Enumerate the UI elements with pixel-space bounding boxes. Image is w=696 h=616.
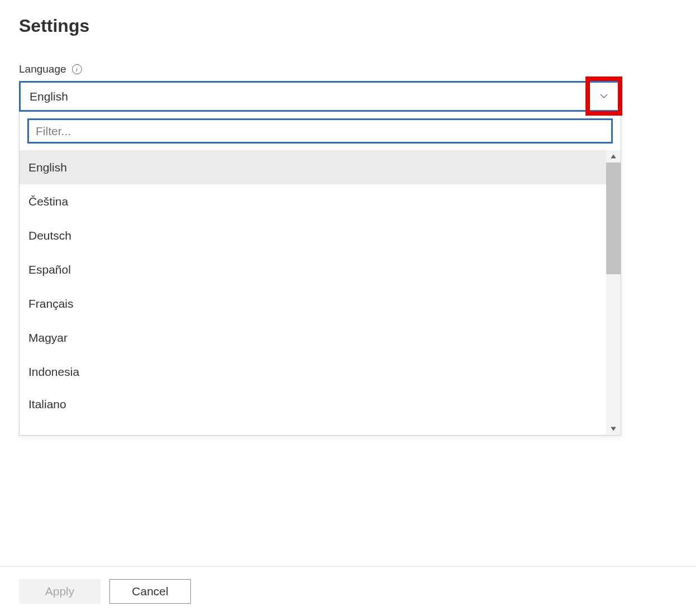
scrollbar-thumb[interactable] (606, 163, 621, 274)
language-dropdown-wrapper: English English Čeština Deutsch Español … (19, 81, 677, 436)
page-title: Settings (19, 16, 677, 36)
language-option[interactable]: Deutsch (20, 218, 606, 252)
language-option[interactable]: Čeština (20, 184, 606, 218)
language-option[interactable]: English (20, 150, 606, 184)
footer: Apply Cancel (0, 566, 696, 616)
cancel-button[interactable]: Cancel (109, 579, 191, 604)
info-icon[interactable]: i (72, 64, 82, 74)
highlight-box (585, 77, 622, 116)
language-option[interactable]: Español (20, 252, 606, 286)
language-option[interactable]: Français (20, 286, 606, 321)
filter-wrap (20, 112, 621, 150)
svg-marker-1 (611, 427, 616, 431)
scroll-up-arrow-icon[interactable] (606, 150, 621, 163)
language-option[interactable]: Magyar (20, 321, 606, 355)
scroll-down-arrow-icon[interactable] (606, 423, 621, 435)
language-dropdown[interactable]: English (19, 81, 621, 112)
language-label-row: Language i (19, 63, 677, 75)
language-label: Language (19, 63, 66, 75)
language-dropdown-value: English (30, 90, 68, 103)
language-dropdown-panel: English Čeština Deutsch Español Français… (19, 112, 621, 436)
scrollbar-track[interactable] (606, 150, 621, 435)
chevron-down-icon[interactable] (599, 91, 609, 101)
language-options-list: English Čeština Deutsch Español Français… (20, 150, 606, 435)
options-viewport: English Čeština Deutsch Español Français… (20, 150, 621, 435)
svg-marker-0 (611, 154, 616, 158)
language-option[interactable]: Italiano (20, 389, 606, 415)
apply-button[interactable]: Apply (19, 579, 100, 604)
language-filter-input[interactable] (27, 118, 613, 144)
language-option[interactable]: Indonesia (20, 355, 606, 389)
